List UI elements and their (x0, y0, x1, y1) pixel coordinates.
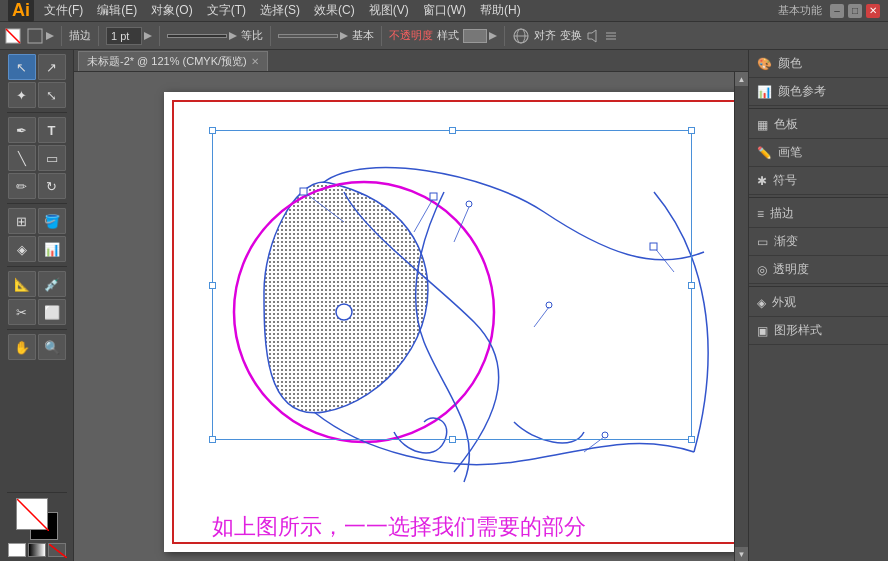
rect-tool[interactable]: ▭ (38, 145, 66, 171)
panel-color-label: 颜色 (778, 55, 802, 72)
svg-marker-5 (229, 32, 237, 40)
select-tool[interactable]: ↖ (8, 54, 36, 80)
transparency-icon: ◎ (757, 263, 767, 277)
panel-color[interactable]: 🎨 颜色 (749, 50, 888, 78)
tool-sep-4 (7, 329, 67, 330)
basic-label: 基本 (352, 28, 374, 43)
menu-bar: 文件(F) 编辑(E) 对象(O) 文字(T) 选择(S) 效果(C) 视图(V… (38, 0, 527, 21)
vertical-scrollbar[interactable]: ▲ ▼ (734, 72, 748, 561)
paint-bucket[interactable]: 🪣 (38, 208, 66, 234)
svg-marker-11 (588, 30, 596, 42)
svg-marker-4 (144, 32, 152, 40)
svg-point-31 (602, 432, 608, 438)
panel-brushes[interactable]: ✏️ 画笔 (749, 139, 888, 167)
svg-point-19 (336, 304, 352, 320)
panel-graphic-styles[interactable]: ▣ 图形样式 (749, 317, 888, 345)
title-bar: Ai 文件(F) 编辑(E) 对象(O) 文字(T) 选择(S) 效果(C) 视… (0, 0, 888, 22)
panel-swatches[interactable]: ▦ 色板 (749, 111, 888, 139)
options-icon[interactable] (604, 29, 618, 43)
canvas-area: 未标题-2* @ 121% (CMYK/预览) ✕ (74, 50, 748, 561)
close-button[interactable]: ✕ (866, 4, 880, 18)
svg-rect-2 (28, 29, 42, 43)
tool-row-9: ✂ ⬜ (8, 299, 66, 325)
tool-sep-2 (7, 203, 67, 204)
panel-gradient[interactable]: ▭ 渐变 (749, 228, 888, 256)
tool-row-10: ✋ 🔍 (8, 334, 66, 360)
scroll-down-arrow[interactable]: ▼ (735, 547, 749, 561)
color-mode-fill[interactable] (8, 543, 26, 557)
toolbar-separator4 (270, 26, 271, 46)
toolbar-separator6 (504, 26, 505, 46)
mesh-tool[interactable]: ◈ (8, 236, 36, 262)
menu-window[interactable]: 窗口(W) (417, 0, 472, 21)
svg-point-25 (466, 201, 472, 207)
menu-help[interactable]: 帮助(H) (474, 0, 527, 21)
menu-effect[interactable]: 效果(C) (308, 0, 361, 21)
main-layout: ↖ ↗ ✦ ⤡ ✒ T ╲ ▭ ✏ ↻ ⊞ 🪣 ◈ 📊 � (0, 50, 888, 561)
magic-wand-tool[interactable]: ✦ (8, 82, 36, 108)
panel-symbols[interactable]: ✱ 符号 (749, 167, 888, 195)
menu-view[interactable]: 视图(V) (363, 0, 415, 21)
svg-marker-6 (340, 32, 348, 40)
ratio-label: 等比 (241, 28, 263, 43)
menu-file[interactable]: 文件(F) (38, 0, 89, 21)
pt-input-group (106, 27, 152, 45)
document-tab[interactable]: 未标题-2* @ 121% (CMYK/预览) ✕ (78, 51, 268, 71)
line-style-selector[interactable] (167, 32, 237, 40)
tool-row-5: ✏ ↻ (8, 173, 66, 199)
scroll-up-arrow[interactable]: ▲ (735, 72, 749, 86)
toolbar-separator2 (98, 26, 99, 46)
panel-divider-2 (749, 197, 888, 198)
zoom-tool[interactable]: 🔍 (38, 334, 66, 360)
menu-select[interactable]: 选择(S) (254, 0, 306, 21)
hand-tool[interactable]: ✋ (8, 334, 36, 360)
svg-line-16 (49, 544, 67, 558)
stroke-icon: ≡ (757, 207, 764, 221)
color-mode-gradient[interactable] (28, 543, 46, 557)
appearance-icon: ◈ (757, 296, 766, 310)
direct-select-tool[interactable]: ↗ (38, 54, 66, 80)
type-tool[interactable]: T (38, 117, 66, 143)
panel-transparency[interactable]: ◎ 透明度 (749, 256, 888, 284)
rotate-tool[interactable]: ↻ (38, 173, 66, 199)
style-selector[interactable] (463, 29, 497, 43)
minimize-button[interactable]: – (830, 4, 844, 18)
line-tool[interactable]: ╲ (8, 145, 36, 171)
dash-style-selector[interactable] (278, 32, 348, 40)
color-swatch-main[interactable] (16, 498, 58, 540)
pt-input[interactable] (106, 27, 142, 45)
maximize-button[interactable]: □ (848, 4, 862, 18)
canvas-scroll[interactable]: 如上图所示，一一选择我们需要的部分 ▲ ▼ (74, 72, 748, 561)
stroke-color-box[interactable] (4, 27, 22, 45)
shape-selector[interactable] (26, 27, 54, 45)
gradient-icon: ▭ (757, 235, 768, 249)
menu-edit[interactable]: 编辑(E) (91, 0, 143, 21)
symbols-icon: ✱ (757, 174, 767, 188)
panel-color-guide[interactable]: 📊 颜色参考 (749, 78, 888, 106)
measure-tool[interactable]: 📐 (8, 271, 36, 297)
pen-tool[interactable]: ✒ (8, 117, 36, 143)
workspace-label: 基本功能 (774, 1, 826, 20)
svg-rect-23 (430, 193, 437, 200)
eraser-tool[interactable]: ⬜ (38, 299, 66, 325)
pencil-tool[interactable]: ✏ (8, 173, 36, 199)
lasso-tool[interactable]: ⤡ (38, 82, 66, 108)
blend-tool[interactable]: ⊞ (8, 208, 36, 234)
menu-text[interactable]: 文字(T) (201, 0, 252, 21)
menu-object[interactable]: 对象(O) (145, 0, 198, 21)
panel-brushes-label: 画笔 (778, 144, 802, 161)
tool-row-4: ╲ ▭ (8, 145, 66, 171)
panel-divider-3 (749, 286, 888, 287)
tool-sep-5 (7, 492, 67, 493)
eyedropper-tool[interactable]: 💉 (38, 271, 66, 297)
panel-appearance[interactable]: ◈ 外观 (749, 289, 888, 317)
toolbar-separator5 (381, 26, 382, 46)
artboard: 如上图所示，一一选择我们需要的部分 (164, 92, 748, 552)
color-mode-none[interactable] (48, 543, 66, 557)
panel-stroke[interactable]: ≡ 描边 (749, 200, 888, 228)
graph-tool[interactable]: 📊 (38, 236, 66, 262)
panel-stroke-label: 描边 (770, 205, 794, 222)
tab-close-button[interactable]: ✕ (251, 56, 259, 67)
scissors-tool[interactable]: ✂ (8, 299, 36, 325)
tool-row-8: 📐 💉 (8, 271, 66, 297)
